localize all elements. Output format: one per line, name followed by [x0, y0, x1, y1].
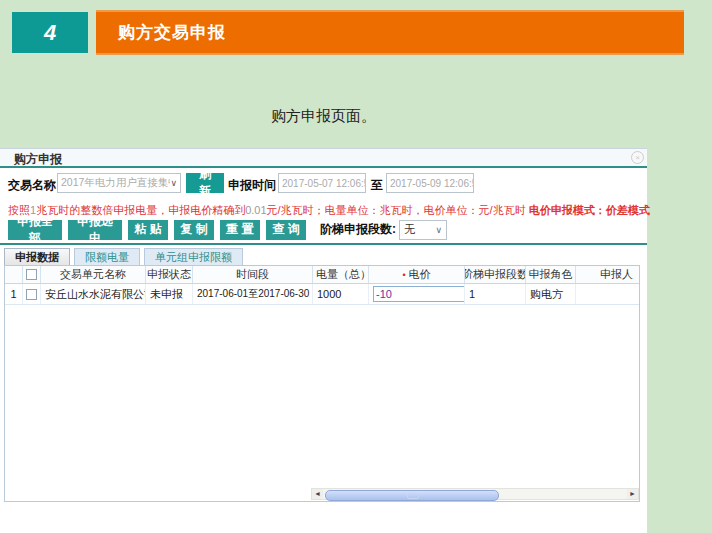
tab-unit-group-quota[interactable]: 单元组申报限额 [144, 248, 243, 265]
query-form: 交易名称： 2017年电力用户直接集中交易模拟 ∨ 刷 新 申报时间： 2017… [0, 173, 647, 195]
cell-declare-role: 购电方 [526, 284, 576, 304]
header-declare-role: 申报角色 [526, 266, 576, 283]
header-row-number [5, 266, 23, 283]
panel-title: 购方申报 [14, 151, 62, 168]
header-checkbox-cell [23, 266, 41, 283]
to-label: 至 [371, 177, 383, 194]
paste-button[interactable]: 粘 贴 [128, 220, 168, 240]
chevron-down-icon: ∨ [170, 178, 177, 188]
page: 4 购方交易申报 购方申报页面。 购方申报 × 交易名称： 2017年电力用户直… [0, 0, 712, 533]
scrollbar-grip [407, 493, 419, 499]
header-declare-person: 申报人 [576, 266, 639, 283]
page-caption: 购方申报页面。 [0, 107, 647, 126]
header-energy-label: 电量（总） [316, 267, 369, 282]
header-unit-name: 交易单元名称 [41, 266, 146, 283]
scroll-left-icon[interactable]: ◄ [312, 489, 323, 499]
cell-price [369, 284, 465, 304]
declare-time-to-input[interactable]: 2017-05-09 12:06:57 [386, 173, 474, 193]
tab-declare-data[interactable]: 申报数据 [4, 248, 70, 266]
table-header-row: 交易单元名称 申报状态 时间段 • 电量（总） • 电价 阶梯申报段数 申报角色… [5, 266, 639, 284]
header-time-period: 时间段 [193, 266, 313, 283]
section-title-bar: 购方交易申报 [96, 10, 684, 55]
ladder-steps-value: 无 [404, 222, 415, 237]
section-number-badge: 4 [12, 12, 88, 53]
cell-ladder-steps: 1 [465, 284, 526, 304]
declare-time-from-input[interactable]: 2017-05-07 12:06:57 [278, 173, 366, 193]
ladder-steps-select[interactable]: 无 ∨ [399, 220, 447, 240]
price-input[interactable] [373, 286, 465, 302]
table-row: 1 安丘山水水泥有限公司 未申报 2017-06-01至2017-06-30 1… [5, 284, 639, 305]
close-icon[interactable]: × [631, 151, 644, 164]
row-checkbox[interactable] [26, 289, 37, 300]
declare-time-from-value: 2017-05-07 12:06:57 [282, 178, 366, 189]
select-all-checkbox[interactable] [26, 269, 37, 280]
divider [0, 243, 647, 245]
scroll-right-icon[interactable]: ► [627, 489, 638, 499]
ladder-steps-label: 阶梯申报段数: [320, 221, 396, 238]
declare-all-button[interactable]: 申报全部 [8, 220, 62, 240]
cell-time-period: 2017-06-01至2017-06-30 [193, 284, 313, 304]
header-price-label: 电价 [409, 267, 431, 282]
header-price: • 电价 [369, 266, 465, 283]
tab-quota-energy[interactable]: 限额电量 [74, 248, 140, 265]
declare-time-to-value: 2017-05-09 12:06:57 [390, 178, 474, 189]
notice-text: 元/兆瓦时；电量单位：兆瓦时，电价单位：元/兆瓦时 [267, 204, 529, 216]
header-energy-total: • 电量（总） [313, 266, 369, 283]
reset-button[interactable]: 重 置 [220, 220, 260, 240]
buyer-declaration-panel: 购方申报 × 交易名称： 2017年电力用户直接集中交易模拟 ∨ 刷 新 申报时… [0, 148, 647, 533]
chevron-down-icon: ∨ [435, 225, 442, 235]
row-number: 1 [5, 284, 23, 304]
section-title: 购方交易申报 [96, 21, 226, 44]
tab-bar: 申报数据 限额电量 单元组申报限额 [4, 247, 640, 266]
cell-energy-total: 1000 [313, 284, 369, 304]
notice-number: 0.01 [245, 204, 266, 216]
cell-declare-person [576, 284, 639, 304]
declare-selected-button[interactable]: 申报选中 [68, 220, 122, 240]
panel-titlebar: 购方申报 × [0, 149, 647, 168]
notice-text: 兆瓦时的整数倍申报电量，申报电价精确到 [36, 204, 245, 216]
query-button[interactable]: 查 询 [266, 220, 306, 240]
horizontal-scrollbar[interactable]: ◄ ► [311, 488, 639, 500]
required-icon: • [402, 270, 405, 280]
price-mode-text: 电价申报模式：价差模式 [529, 204, 650, 216]
header-ladder-steps: 阶梯申报段数 [465, 266, 526, 283]
row-checkbox-cell [23, 284, 41, 304]
declaration-table: 交易单元名称 申报状态 时间段 • 电量（总） • 电价 阶梯申报段数 申报角色… [4, 265, 640, 502]
trade-name-value: 2017年电力用户直接集中交易模拟 [61, 176, 170, 190]
trade-name-select[interactable]: 2017年电力用户直接集中交易模拟 ∨ [57, 173, 181, 193]
refresh-button[interactable]: 刷 新 [186, 173, 224, 193]
cell-declare-status: 未申报 [146, 284, 193, 304]
section-number: 4 [44, 20, 56, 46]
cell-unit-name: 安丘山水水泥有限公司 [41, 284, 146, 304]
header-declare-status: 申报状态 [146, 266, 193, 283]
toolbar: 申报全部 申报选中 粘 贴 复 制 重 置 查 询 阶梯申报段数: 无 ∨ [8, 219, 447, 240]
scrollbar-thumb[interactable] [325, 490, 499, 501]
copy-button[interactable]: 复 制 [174, 220, 214, 240]
